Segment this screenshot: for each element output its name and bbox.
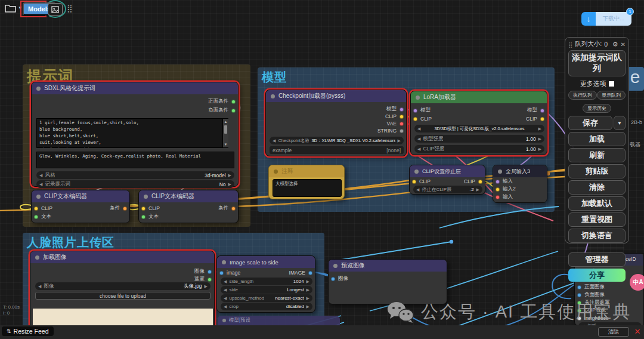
port-clip-out[interactable]: CLIP <box>464 178 482 185</box>
scroll-up-icon[interactable]: ▲ <box>223 119 228 125</box>
collapse-dot-icon[interactable] <box>416 95 420 100</box>
widget-strength-clip[interactable]: ◀ CLIP强度 1.00 ▶ <box>414 145 544 153</box>
arrow-left-icon[interactable]: ◀ <box>416 187 419 192</box>
arrow-left-icon[interactable]: ◀ <box>224 288 227 292</box>
node-header[interactable]: SDXL风格化提示词 <box>32 82 238 94</box>
arrow-right-icon[interactable]: ▶ <box>538 127 541 131</box>
collapse-dot-icon[interactable] <box>36 195 41 199</box>
node-preview-image[interactable]: 预览图像 图像 <box>328 259 447 304</box>
arrow-left-icon[interactable]: ◀ <box>38 284 41 289</box>
port-text-in[interactable]: 文本 <box>34 213 51 220</box>
node-clip-text-encode-2[interactable]: CLIP文本编码器 CLIP 文本 条件 <box>138 190 239 223</box>
widget-example[interactable]: example [none] <box>270 146 404 154</box>
collapse-dot-icon[interactable] <box>271 94 275 98</box>
extra-options-row[interactable]: 更多选项 <box>568 79 626 88</box>
port-negative-image-in[interactable]: 负面图像 <box>577 291 605 298</box>
port-image-in[interactable]: 图像 <box>331 275 348 282</box>
clear-button[interactable]: 清除 <box>568 180 626 195</box>
port-dot[interactable] <box>231 109 236 113</box>
port-negative-cond[interactable]: 负面条件 <box>208 107 236 114</box>
arrow-left-icon[interactable]: ◀ <box>224 296 227 301</box>
port-dot[interactable] <box>400 107 404 112</box>
arrow-right-icon[interactable]: ▶ <box>398 138 401 143</box>
node-header[interactable]: 注释 <box>269 165 344 177</box>
close-icon[interactable]: ✕ <box>621 41 626 48</box>
node-global-input-3[interactable]: 全局输入3 输入 输入2 输入 <box>493 165 547 203</box>
show-queue-button[interactable]: 显示队列 <box>597 91 626 100</box>
arrow-right-icon[interactable]: ▶ <box>306 279 309 284</box>
port-dot[interactable] <box>123 207 127 211</box>
port-string-out[interactable]: STRING <box>377 127 404 134</box>
show-history-button[interactable]: 显示历史 <box>583 104 611 113</box>
arrow-left-icon[interactable]: ◀ <box>417 147 420 152</box>
language-toggle-badge[interactable]: 中A <box>630 274 644 291</box>
port-dot[interactable] <box>331 277 335 281</box>
collapse-dot-icon[interactable] <box>144 195 148 199</box>
port-dot[interactable] <box>413 109 417 113</box>
widget-upscale-method[interactable]: ◀ upscale_method nearest-exact ▶ <box>221 294 312 302</box>
save-dropdown-button[interactable]: ▼ <box>614 116 626 130</box>
port-model-out[interactable]: 模型 <box>386 106 404 113</box>
port-clip-in[interactable]: CLIP <box>34 205 52 212</box>
save-image-button[interactable] <box>48 3 63 16</box>
port-dot[interactable] <box>141 215 145 219</box>
resize-feed-button[interactable]: ⇅ Resize Feed <box>2 326 54 336</box>
widget-style[interactable]: ◀ 风格 3d-model ▶ <box>36 171 234 179</box>
node-image-scale-to-side[interactable]: Image scale to side image IMAGE ◀ side_l… <box>216 255 315 313</box>
feed-clear-button[interactable]: 清除 <box>598 327 629 337</box>
collapse-dot-icon[interactable] <box>333 264 338 268</box>
node-header[interactable]: Checkpoint加载器(pysss) <box>266 90 406 102</box>
port-positive-cond[interactable]: 正面条件 <box>208 98 236 105</box>
queue-prompt-button[interactable]: 添加提示词队列 <box>568 50 626 76</box>
node-checkpoint-loader[interactable]: Checkpoint加载器(pysss) 模型 CLIP VAE STRING … <box>265 90 407 156</box>
port-dot[interactable] <box>496 187 500 192</box>
port-dot[interactable] <box>400 122 404 126</box>
save-button[interactable]: 保存 <box>568 116 612 130</box>
port-dot[interactable] <box>412 180 416 184</box>
node-header[interactable]: 全局输入3 <box>493 165 547 177</box>
port-cond-out[interactable]: 条件 <box>110 205 127 212</box>
arrow-left-icon[interactable]: ◀ <box>273 138 275 143</box>
widget-lora-name[interactable]: ◀ 3D\3D模型 | 可爱化SDXL版_v2.0.safetensors ▶ <box>414 125 544 132</box>
partial-node-header[interactable]: 模型|预设 <box>218 316 340 325</box>
port-positive-image-in[interactable]: 正面图像 <box>577 283 605 291</box>
scroll-down-icon[interactable]: ▼ <box>223 141 228 147</box>
node-canvas[interactable]: 提示词 模型 人脸照片上传区 e 2B-b 载器 <box>0 0 644 339</box>
node-header[interactable]: Image scale to side <box>217 256 315 268</box>
node-header[interactable]: CLIP文本编码器 <box>139 190 238 202</box>
reset-view-button[interactable]: 重置视图 <box>568 212 626 227</box>
node-sdxl-prompt-styler[interactable]: SDXL风格化提示词 正面条件 负面条件 1 girl,female focus… <box>31 82 239 187</box>
widget-log-prompt[interactable]: ◀ 记录提示词 No ▶ <box>36 180 234 188</box>
clipboard-button[interactable]: 剪贴版 <box>568 164 626 178</box>
arrow-right-icon[interactable]: ▶ <box>306 296 309 301</box>
arrow-right-icon[interactable]: ▶ <box>476 187 479 192</box>
port-dot[interactable] <box>413 117 417 121</box>
arrow-right-icon[interactable]: ▶ <box>538 147 541 152</box>
menu-drag-handle-icon[interactable]: ⣿ <box>568 41 572 48</box>
collapse-dot-icon[interactable] <box>414 170 419 174</box>
node-header[interactable]: LoRA加载器 <box>411 91 547 103</box>
drag-handle-icon[interactable]: ⣿ <box>67 4 73 13</box>
port-dot[interactable] <box>219 271 224 275</box>
node-header[interactable]: CLIP设置停止层 <box>410 165 485 177</box>
port-dot[interactable] <box>208 270 212 274</box>
arrow-right-icon[interactable]: ▶ <box>205 284 208 289</box>
port-image-in[interactable]: image <box>219 269 240 276</box>
widget-image-file[interactable]: ◀ 图像 头像.jpg ▶ <box>35 282 210 290</box>
port-dot[interactable] <box>231 207 236 211</box>
negative-prompt-textarea[interactable]: Glow, Wrinkles, Aging, Cock-eye,realist … <box>36 152 234 168</box>
port-text-in[interactable]: 文本 <box>141 213 159 220</box>
arrow-left-icon[interactable]: ◀ <box>39 173 42 178</box>
arrow-left-icon[interactable]: ◀ <box>224 279 227 284</box>
run-queue-button[interactable]: 执行队列 <box>568 91 597 100</box>
port-model-out[interactable]: 模型 <box>527 107 544 114</box>
collapse-dot-icon[interactable] <box>498 170 502 174</box>
node-clip-text-encode-1[interactable]: CLIP文本编码器 CLIP 文本 条件 <box>31 190 130 223</box>
port-dot[interactable] <box>540 117 544 121</box>
widget-side-length[interactable]: ◀ side_length 1024 ▶ <box>221 278 312 285</box>
port-image-out[interactable]: 图像 <box>194 268 212 275</box>
choose-file-button[interactable]: choose file to upload <box>35 292 210 300</box>
download-widget[interactable]: ↓ 下载中... 1 <box>581 12 631 26</box>
port-dot[interactable] <box>577 285 581 289</box>
scroll-thumb[interactable] <box>224 125 227 134</box>
